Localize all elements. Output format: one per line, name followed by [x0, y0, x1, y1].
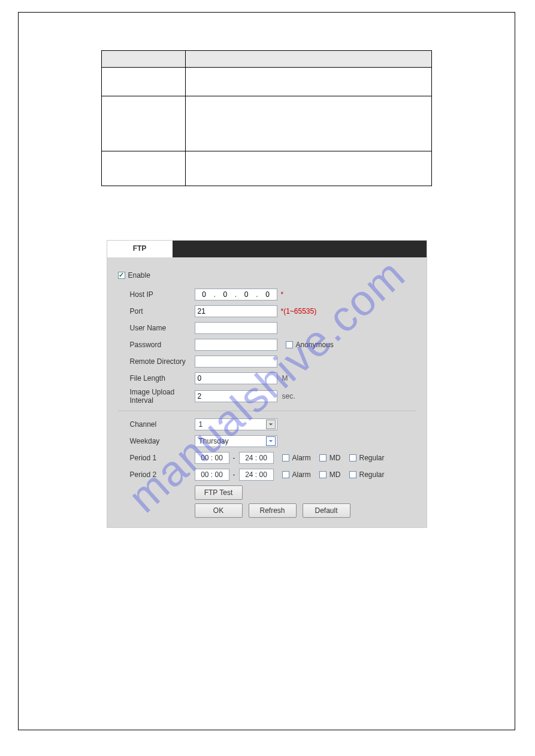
- username-input[interactable]: [195, 322, 277, 334]
- port-hint: *(1~65535): [281, 307, 317, 315]
- anonymous-checkbox[interactable]: [286, 341, 293, 348]
- chevron-down-icon: [266, 420, 276, 429]
- enable-checkbox[interactable]: [118, 272, 125, 279]
- chevron-down-icon: [266, 436, 276, 446]
- alarm-label: Alarm: [292, 470, 311, 479]
- p1-regular-checkbox[interactable]: [349, 454, 356, 462]
- p2-md-checkbox[interactable]: [319, 471, 327, 478]
- period1-start[interactable]: 00 : 00: [195, 452, 229, 464]
- refresh-button[interactable]: Refresh: [249, 503, 297, 518]
- filelength-input[interactable]: [195, 372, 277, 384]
- table-cell: [186, 68, 432, 96]
- imgupload-unit: sec.: [282, 392, 295, 400]
- ok-button[interactable]: OK: [195, 503, 243, 518]
- filelength-label: File Length: [130, 374, 195, 382]
- period1-end[interactable]: 24 : 00: [239, 452, 274, 464]
- table-header: [186, 51, 432, 68]
- channel-label: Channel: [130, 420, 195, 429]
- hostip-seg-4[interactable]: [258, 289, 276, 300]
- period2-end[interactable]: 24 : 00: [239, 469, 274, 481]
- dash: -: [233, 454, 235, 462]
- filelength-unit: M: [282, 374, 288, 382]
- ftp-test-button[interactable]: FTP Test: [195, 485, 243, 500]
- period1-label: Period 1: [130, 454, 195, 462]
- weekday-value: Thursday: [199, 437, 229, 445]
- parameter-table: [101, 50, 432, 186]
- hostip-seg-2[interactable]: [216, 289, 234, 300]
- password-label: Password: [130, 341, 195, 349]
- alarm-label: Alarm: [292, 454, 311, 462]
- dash: -: [233, 470, 235, 479]
- divider: [118, 411, 416, 411]
- weekday-label: Weekday: [130, 437, 195, 445]
- remotedir-input[interactable]: [195, 356, 277, 368]
- hostip-input[interactable]: . . .: [195, 289, 277, 300]
- hostip-label: Host IP: [130, 290, 195, 299]
- table-cell: [102, 96, 186, 151]
- channel-value: 1: [199, 420, 203, 429]
- md-label: MD: [330, 454, 341, 462]
- channel-select[interactable]: 1: [195, 418, 277, 430]
- port-input[interactable]: [195, 305, 277, 317]
- username-label: User Name: [130, 324, 195, 332]
- period2-label: Period 2: [130, 470, 195, 479]
- table-cell: [102, 151, 186, 186]
- table-cell: [186, 96, 432, 151]
- p1-alarm-checkbox[interactable]: [282, 454, 289, 462]
- hostip-seg-1[interactable]: [195, 289, 213, 300]
- port-label: Port: [130, 307, 195, 315]
- md-label: MD: [330, 470, 341, 479]
- regular-label: Regular: [359, 470, 385, 479]
- password-input[interactable]: [195, 339, 277, 351]
- p1-md-checkbox[interactable]: [319, 454, 327, 462]
- enable-label: Enable: [128, 271, 150, 280]
- table-cell: [102, 68, 186, 96]
- regular-label: Regular: [359, 454, 385, 462]
- anonymous-label: Anonymous: [296, 341, 334, 349]
- imgupload-input[interactable]: [195, 390, 277, 402]
- imgupload-label: Image Upload Interval: [130, 388, 195, 405]
- p2-alarm-checkbox[interactable]: [282, 471, 289, 478]
- required-mark: *: [281, 290, 284, 299]
- period2-start[interactable]: 00 : 00: [195, 469, 229, 481]
- hostip-seg-3[interactable]: [237, 289, 255, 300]
- tab-ftp[interactable]: FTP: [107, 241, 173, 257]
- weekday-select[interactable]: Thursday: [195, 435, 277, 447]
- default-button[interactable]: Default: [303, 503, 350, 518]
- remotedir-label: Remote Directory: [130, 357, 195, 366]
- tab-bar: FTP: [107, 241, 427, 257]
- table-cell: [186, 151, 432, 186]
- p2-regular-checkbox[interactable]: [349, 471, 356, 478]
- ftp-panel: FTP Enable Host IP . . . *: [107, 240, 427, 528]
- table-header: [102, 51, 186, 68]
